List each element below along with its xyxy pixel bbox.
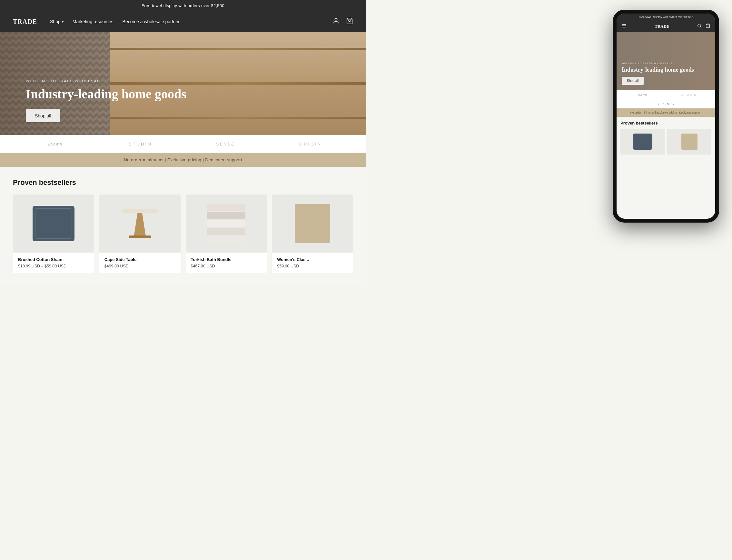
product-price: $59.00 USD: [277, 264, 348, 268]
table-image: [122, 209, 158, 238]
product-image: [186, 195, 267, 253]
product-card[interactable]: Brushed Cotton Sham $10.99 USD – $59.00 …: [13, 195, 94, 273]
product-price: $10.99 USD – $59.00 USD: [18, 264, 89, 268]
shelf-line: [110, 48, 366, 50]
logo[interactable]: TRADE: [13, 18, 37, 25]
towel-stack: [207, 220, 246, 227]
svg-point-0: [335, 18, 337, 21]
hero-section: WELCOME TO TRADE WHOLESALE Industry-lead…: [0, 32, 366, 135]
product-name: Brushed Cotton Sham: [18, 257, 89, 262]
product-image: [272, 195, 353, 253]
table-stem: [134, 213, 146, 235]
hero-subtitle: WELCOME TO TRADE WHOLESALE: [26, 79, 186, 83]
brand-origin[interactable]: ORIGIN: [268, 142, 353, 146]
product-name: Turkish Bath Bundle: [191, 257, 262, 262]
towel-stack: [207, 212, 246, 219]
towel-stack: [207, 228, 246, 235]
towel-stack: [207, 204, 246, 211]
pillow-image: [33, 206, 75, 241]
main-nav: Shop ▾ Marketing resources Become a whol…: [50, 19, 333, 24]
product-info: Brushed Cotton Sham $10.99 USD – $59.00 …: [13, 253, 94, 273]
product-grid: Brushed Cotton Sham $10.99 USD – $59.00 …: [13, 195, 353, 273]
product-info: Cape Side Table $499.00 USD: [99, 253, 181, 273]
product-name: Women's Clas...: [277, 257, 348, 262]
brand-sense[interactable]: SENSE: [183, 142, 268, 146]
nav-wholesale[interactable]: Become a wholesale partner: [123, 19, 180, 24]
header: TRADE Shop ▾ Marketing resources Become …: [0, 11, 366, 32]
product-card[interactable]: Cape Side Table $499.00 USD: [99, 195, 181, 273]
cart-icon[interactable]: [346, 17, 353, 26]
product-card[interactable]: Turkish Bath Bundle $467.00 USD: [186, 195, 267, 273]
bestsellers-title: Proven bestsellers: [13, 178, 353, 187]
product-image: [13, 195, 94, 253]
announcement-bar: Free towel display with orders over $2,5…: [0, 0, 366, 11]
brand-row: Dawn STUDIO SENSE ORIGIN: [0, 135, 366, 153]
product-price: $499.00 USD: [105, 264, 176, 268]
product-info: Women's Clas... $59.00 USD: [272, 253, 353, 273]
header-icons: [333, 17, 353, 26]
product-info: Turkish Bath Bundle $467.00 USD: [186, 253, 267, 273]
towels-image: [207, 204, 246, 243]
features-bar: No order minimums | Exclusive pricing | …: [0, 153, 366, 167]
announcement-text: Free towel display with orders over $2,5…: [142, 3, 225, 8]
chevron-down-icon: ▾: [62, 20, 64, 24]
product-card[interactable]: Women's Clas... $59.00 USD: [272, 195, 353, 273]
login-icon[interactable]: [333, 17, 340, 26]
product-image: [99, 195, 181, 253]
nav-shop[interactable]: Shop ▾: [50, 19, 64, 24]
table-top: [122, 209, 158, 213]
towel-stack: [207, 236, 246, 243]
product-name: Cape Side Table: [105, 257, 176, 262]
main-content: Proven bestsellers Brushed Cotton Sham $…: [0, 167, 366, 285]
hero-content: WELCOME TO TRADE WHOLESALE Industry-lead…: [0, 79, 186, 122]
nav-marketing[interactable]: Marketing resources: [73, 19, 114, 24]
sweater-image: [295, 204, 330, 243]
product-price: $467.00 USD: [191, 264, 262, 268]
brand-studio[interactable]: STUDIO: [98, 142, 183, 146]
table-base: [129, 235, 151, 238]
hero-cta-button[interactable]: Shop all: [26, 109, 60, 122]
brand-dawn[interactable]: Dawn: [13, 141, 98, 147]
hero-title: Industry-leading home goods: [26, 87, 186, 102]
